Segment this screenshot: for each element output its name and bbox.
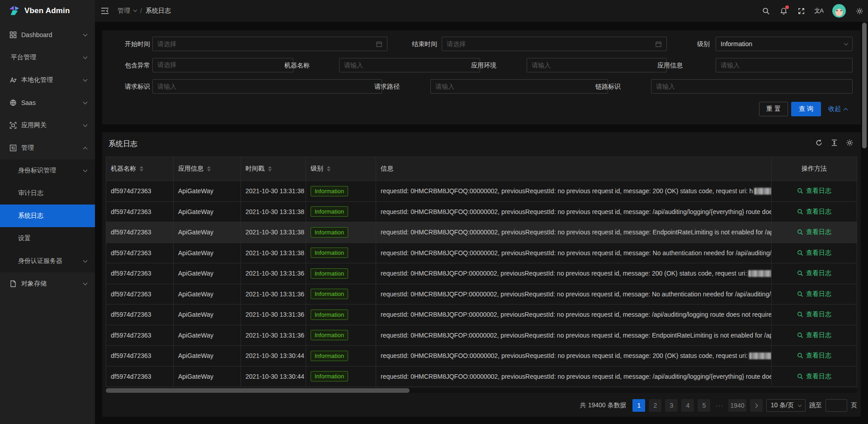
request-id-field[interactable] bbox=[157, 83, 377, 90]
view-log-button[interactable]: 查看日志 bbox=[797, 208, 831, 216]
app-info-field[interactable] bbox=[721, 62, 848, 69]
sort-icon[interactable] bbox=[327, 166, 330, 172]
breadcrumb: 管理 / 系统日志 bbox=[118, 7, 171, 15]
app-env-label: 应用环境 bbox=[456, 58, 496, 72]
start-time-input[interactable] bbox=[152, 37, 387, 51]
page-button-2[interactable]: 2 bbox=[649, 399, 661, 412]
cell-machine: df5974d72363 bbox=[106, 222, 174, 243]
table-row: df5974d72363 ApiGateWay 2021-10-30 13:31… bbox=[106, 181, 857, 202]
view-log-button[interactable]: 查看日志 bbox=[797, 228, 831, 236]
sidebar-item-gateway[interactable]: 应用网关 bbox=[0, 114, 95, 137]
chevron-up-icon bbox=[844, 108, 848, 112]
app-info-input[interactable] bbox=[716, 58, 853, 72]
cell-app: ApiGateWay bbox=[174, 284, 241, 305]
cell-time: 2021-10-30 13:31:36 bbox=[241, 325, 306, 346]
end-time-input[interactable] bbox=[442, 37, 667, 51]
sidebar-item-settings[interactable]: 设置 bbox=[0, 227, 95, 250]
table-row: df5974d72363 ApiGateWay 2021-10-30 13:31… bbox=[106, 243, 857, 264]
table-row: df5974d72363 ApiGateWay 2021-10-30 13:31… bbox=[106, 305, 857, 325]
calendar-icon bbox=[376, 41, 382, 48]
end-time-field[interactable] bbox=[447, 40, 655, 48]
vertical-scrollbar-thumb[interactable] bbox=[862, 23, 867, 148]
jump-to-page-input[interactable] bbox=[826, 399, 847, 412]
sidebar-item-management[interactable]: 管理 bbox=[0, 137, 95, 159]
sidebar-item-audit-log[interactable]: 审计日志 bbox=[0, 182, 95, 205]
sidebar-item-saas[interactable]: Saas bbox=[0, 91, 95, 114]
sort-icon[interactable] bbox=[140, 166, 143, 172]
app-logo[interactable]: Vben Admin bbox=[0, 0, 95, 22]
cell-message: requestId: 0HMCRBM8JQFOP:00000002, previ… bbox=[376, 325, 772, 346]
view-log-button[interactable]: 查看日志 bbox=[797, 310, 831, 319]
has-exception-placeholder: 请选择 bbox=[157, 61, 285, 69]
fullscreen-icon[interactable] bbox=[797, 7, 805, 15]
settings-gear-icon[interactable] bbox=[855, 7, 863, 15]
page-size-select[interactable]: 10 条/页 bbox=[766, 399, 806, 412]
cell-machine: df5974d72363 bbox=[106, 284, 174, 305]
view-log-button[interactable]: 查看日志 bbox=[797, 372, 831, 381]
cell-app: ApiGateWay bbox=[174, 222, 241, 243]
column-header-app-info[interactable]: 应用信息 bbox=[174, 157, 241, 181]
sidebar-item-dashboard[interactable]: Dashboard bbox=[0, 24, 95, 46]
page-button-3[interactable]: 3 bbox=[665, 399, 678, 412]
page-button-last[interactable]: 1940 bbox=[728, 399, 746, 412]
reset-button[interactable]: 重 置 bbox=[759, 102, 788, 116]
refresh-icon[interactable] bbox=[815, 138, 823, 147]
sidebar-item-identity-management[interactable]: 身份标识管理 bbox=[0, 159, 95, 182]
sidebar-item-auth-server[interactable]: 身份认证服务器 bbox=[0, 250, 95, 272]
page-button-4[interactable]: 4 bbox=[681, 399, 694, 412]
collapse-link[interactable]: 收起 bbox=[828, 102, 847, 116]
view-log-button[interactable]: 查看日志 bbox=[797, 290, 831, 298]
sidebar-item-platform-management[interactable]: 平台管理 bbox=[0, 46, 95, 69]
view-log-button[interactable]: 查看日志 bbox=[797, 269, 831, 277]
cell-machine: df5974d72363 bbox=[106, 305, 174, 325]
next-page-button[interactable] bbox=[750, 399, 763, 412]
sort-icon[interactable] bbox=[207, 166, 211, 172]
search-button[interactable]: 查 询 bbox=[791, 102, 821, 116]
cell-app: ApiGateWay bbox=[174, 367, 241, 387]
request-id-input[interactable] bbox=[152, 79, 382, 94]
page-button-5[interactable]: 5 bbox=[698, 399, 710, 412]
row-height-icon[interactable] bbox=[830, 138, 838, 147]
column-header-level[interactable]: 级别 bbox=[306, 157, 376, 181]
pagination: 共 19400 条数据 1 2 3 4 5 ··· 1940 10 条/页 跳至… bbox=[580, 399, 857, 412]
trace-id-field[interactable] bbox=[656, 83, 848, 90]
cell-message: requestId: 0HMCRBM8JQFOO:00000002, previ… bbox=[376, 367, 772, 387]
avatar[interactable] bbox=[832, 4, 846, 18]
menu-fold-icon[interactable] bbox=[100, 6, 109, 15]
cell-machine: df5974d72363 bbox=[106, 367, 174, 387]
trace-id-label: 链路标识 bbox=[580, 79, 621, 94]
column-settings-gear-icon[interactable] bbox=[845, 138, 854, 147]
cell-app: ApiGateWay bbox=[174, 346, 241, 367]
cell-machine: df5974d72363 bbox=[106, 346, 174, 367]
level-tag: Information bbox=[311, 289, 348, 299]
chevron-up-icon bbox=[83, 147, 88, 151]
search-icon[interactable] bbox=[762, 7, 770, 15]
sidebar-item-label: 平台管理 bbox=[11, 53, 36, 62]
view-log-button[interactable]: 查看日志 bbox=[797, 331, 831, 339]
start-time-field[interactable] bbox=[157, 40, 376, 48]
page-button-1[interactable]: 1 bbox=[632, 399, 645, 412]
sidebar-item-system-log[interactable]: 系统日志 bbox=[0, 205, 95, 227]
cell-app: ApiGateWay bbox=[174, 263, 241, 284]
sort-icon[interactable] bbox=[268, 166, 272, 172]
table-row: df5974d72363 ApiGateWay 2021-10-30 13:31… bbox=[106, 222, 857, 243]
breadcrumb-parent[interactable]: 管理 bbox=[118, 7, 130, 15]
translate-icon[interactable]: 文A bbox=[815, 7, 823, 15]
horizontal-scrollbar-thumb[interactable] bbox=[106, 388, 410, 393]
column-header-machine[interactable]: 机器名称 bbox=[106, 157, 174, 181]
level-select[interactable]: Information bbox=[716, 37, 853, 51]
view-log-button[interactable]: 查看日志 bbox=[797, 187, 831, 195]
notification-bell-icon[interactable] bbox=[779, 7, 788, 15]
trace-id-input[interactable] bbox=[651, 79, 853, 94]
view-log-button[interactable]: 查看日志 bbox=[797, 352, 831, 360]
system-log-table: 机器名称 应用信息 时间戳 级别 信息 bbox=[106, 157, 857, 387]
view-log-button[interactable]: 查看日志 bbox=[797, 249, 831, 257]
sidebar-item-object-storage[interactable]: 对象存储 bbox=[0, 272, 95, 295]
request-path-field[interactable] bbox=[435, 83, 603, 90]
cell-machine: df5974d72363 bbox=[106, 325, 174, 346]
jump-forward-ellipsis[interactable]: ··· bbox=[714, 402, 725, 409]
sidebar-item-localization[interactable]: 本地化管理 bbox=[0, 69, 95, 91]
column-header-actions: 操作方法 bbox=[772, 157, 857, 181]
column-header-timestamp[interactable]: 时间戳 bbox=[241, 157, 306, 181]
cell-app: ApiGateWay bbox=[174, 325, 241, 346]
